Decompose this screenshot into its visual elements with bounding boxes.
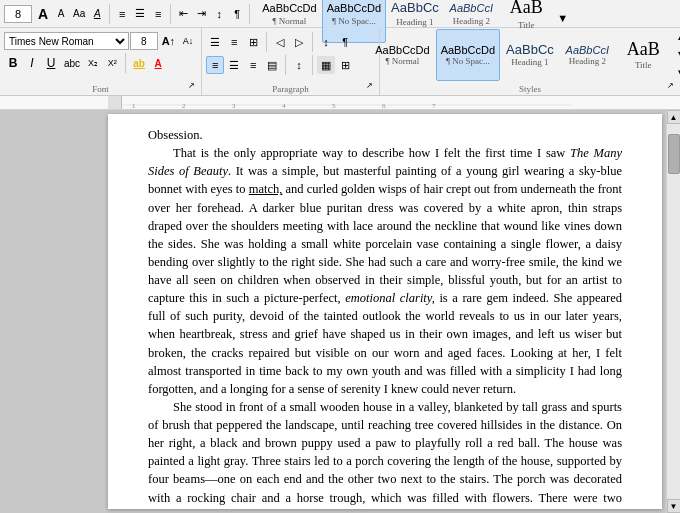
underline-button[interactable]: U (42, 54, 60, 72)
justify-button[interactable]: ▤ (263, 56, 281, 74)
vertical-scrollbar[interactable]: ▲ ▼ (666, 110, 680, 513)
font-color-button[interactable]: A (149, 54, 167, 72)
svg-text:1: 1 (132, 102, 136, 109)
font-grow-button[interactable]: A (34, 5, 52, 23)
style-normal-main[interactable]: AaBbCcDd ¶ Normal (370, 29, 434, 81)
sep-para3 (285, 55, 286, 75)
font-dialog-button[interactable]: ↗ (182, 76, 200, 94)
font-group-label: Font (0, 84, 201, 94)
style-heading1-main[interactable]: AaBbCc Heading 1 (501, 29, 559, 81)
shading-button[interactable]: ▦ (317, 56, 335, 74)
decrease-indent-button[interactable]: ⇤ (174, 5, 192, 23)
font-size-field[interactable] (130, 32, 158, 50)
style-title-main[interactable]: AaB Title (616, 29, 671, 81)
sep3 (249, 4, 250, 24)
style-title-preview: AaB (510, 0, 543, 18)
multilevel-list-button[interactable]: ≡ (149, 5, 167, 23)
font-group-content: Times New Roman A↑ A↓ B I U abc X₂ X² ab… (4, 30, 197, 87)
paragraph-2: That is the only appropriate way to desc… (148, 144, 622, 398)
svg-text:4: 4 (282, 102, 286, 109)
ribbon-group-font: Times New Roman A↑ A↓ B I U abc X₂ X² ab… (0, 28, 202, 95)
styles-scroll-down-btn2[interactable]: ▼ (672, 46, 680, 63)
style-heading2-main-preview: AaBbCcI (566, 44, 609, 56)
document-page[interactable]: Obsession. That is the only appropriate … (108, 114, 662, 509)
sep1 (109, 4, 110, 24)
show-hide-btn2[interactable]: ¶ (336, 33, 354, 51)
sort-button[interactable]: ↕ (210, 5, 228, 23)
sep-para4 (312, 55, 313, 75)
style-heading1-preview: AaBbCc (391, 0, 439, 15)
emotional-clarity-italic: emotional clarity, (345, 291, 435, 305)
document-text: Obsession. That is the only appropriate … (148, 126, 622, 509)
svg-text:6: 6 (382, 102, 386, 109)
superscript-button[interactable]: X² (103, 54, 121, 72)
sep2 (170, 4, 171, 24)
font-name-select[interactable]: Times New Roman (4, 32, 129, 50)
ruler-left-margin (108, 96, 122, 109)
change-case-button[interactable]: Aa (70, 5, 88, 23)
scroll-up-button[interactable]: ▲ (667, 110, 681, 124)
numbering-button[interactable]: ☰ (131, 5, 149, 23)
styles-group-label: Styles (380, 84, 680, 94)
styles-scroll-up-button[interactable]: ▲ (672, 29, 680, 46)
show-hide-button[interactable]: ¶ (228, 5, 246, 23)
ruler-svg: 1 2 3 4 5 6 7 (122, 96, 572, 109)
style-normal-preview: AaBbCcDd (262, 2, 316, 14)
svg-text:7: 7 (432, 102, 436, 109)
strikethrough-button[interactable]: abc (61, 54, 83, 72)
ruler-track: 1 2 3 4 5 6 7 (122, 96, 572, 109)
ribbon-group-paragraph: ☰ ≡ ⊞ ◁ ▷ ↕ ¶ ≡ ☰ ≡ ▤ ↕ ▦ ⊞ (202, 28, 380, 95)
paragraph-3: She stood in front of a small wooden hou… (148, 398, 622, 509)
bullets-button[interactable]: ≡ (113, 5, 131, 23)
style-normal-label: ¶ Normal (273, 16, 307, 26)
bullets-btn2[interactable]: ☰ (206, 33, 224, 51)
match-underline: match, (249, 182, 283, 196)
paragraph-bottom-row: ≡ ☰ ≡ ▤ ↕ ▦ ⊞ (206, 55, 354, 75)
styles-scroll-down-button[interactable]: ▼ (554, 9, 572, 27)
style-no-spacing-main-label: ¶ No Spac... (446, 56, 490, 66)
paragraph-top-row: ☰ ≡ ⊞ ◁ ▷ ↕ ¶ (206, 32, 354, 52)
align-left-button[interactable]: ≡ (206, 56, 224, 74)
increase-indent-btn2[interactable]: ▷ (290, 33, 308, 51)
numbering-btn2[interactable]: ≡ (225, 33, 243, 51)
font-name-row: Times New Roman A↑ A↓ (4, 32, 197, 50)
increase-indent-button[interactable]: ⇥ (192, 5, 210, 23)
svg-text:5: 5 (332, 102, 336, 109)
svg-text:2: 2 (182, 102, 186, 109)
borders-button[interactable]: ⊞ (336, 56, 354, 74)
sort-btn2[interactable]: ↕ (317, 33, 335, 51)
font-size-down2-button[interactable]: A↓ (179, 32, 197, 50)
style-no-spacing-main[interactable]: AaBbCcDd ¶ No Spac... (436, 29, 500, 81)
title-italic: The Many Sides of Beauty (148, 146, 622, 178)
font-format-row: B I U abc X₂ X² ab A (4, 53, 167, 73)
sep-font (125, 53, 126, 73)
ribbon-top-bar: A A Aa A ≡ ☰ ≡ ⇤ ⇥ ↕ ¶ AaBbCcDd ¶ Normal… (0, 0, 680, 28)
styles-scroll-controls: ▲ ▼ ▾ (672, 29, 680, 81)
multilevel-btn2[interactable]: ⊞ (244, 33, 262, 51)
style-heading1-label: Heading 1 (396, 17, 433, 27)
line-spacing-button[interactable]: ↕ (290, 56, 308, 74)
scroll-thumb[interactable] (668, 134, 680, 174)
font-size-up2-button[interactable]: A↑ (159, 32, 178, 50)
align-right-button[interactable]: ≡ (244, 56, 262, 74)
ribbon-main: Times New Roman A↑ A↓ B I U abc X₂ X² ab… (0, 28, 680, 96)
styles-dialog-button[interactable]: ↗ (661, 76, 679, 94)
font-shrink-button[interactable]: A (52, 5, 70, 23)
text-highlight-button[interactable]: ab (130, 54, 148, 72)
scroll-down-button[interactable]: ▼ (667, 499, 681, 513)
italic-button[interactable]: I (23, 54, 41, 72)
subscript-button[interactable]: X₂ (84, 54, 102, 72)
style-normal-main-label: ¶ Normal (386, 56, 420, 66)
bold-button[interactable]: B (4, 54, 22, 72)
decrease-indent-btn2[interactable]: ◁ (271, 33, 289, 51)
clear-format-button[interactable]: A (88, 5, 106, 23)
paragraph-group-content: ☰ ≡ ⊞ ◁ ▷ ↕ ¶ ≡ ☰ ≡ ▤ ↕ ▦ ⊞ (206, 30, 375, 89)
font-size-input[interactable] (4, 5, 32, 23)
align-center-button[interactable]: ☰ (225, 56, 243, 74)
style-heading2-main-label: Heading 2 (569, 56, 606, 66)
document-area: Obsession. That is the only appropriate … (0, 110, 680, 513)
style-heading1-main-label: Heading 1 (511, 57, 548, 67)
style-title-main-preview: AaB (627, 39, 660, 60)
style-heading2-main[interactable]: AaBbCcI Heading 2 (560, 29, 615, 81)
scroll-track[interactable] (667, 124, 680, 499)
